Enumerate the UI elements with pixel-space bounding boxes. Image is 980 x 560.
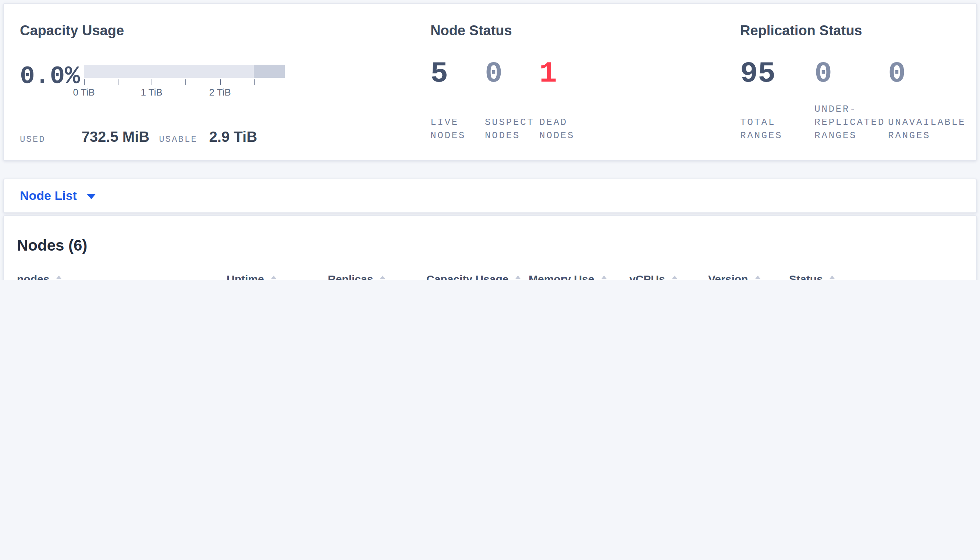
stat-value: 1 — [539, 58, 557, 90]
view-selector-bar: Node List — [3, 178, 977, 213]
view-selector-label: Node List — [20, 188, 77, 203]
stat-label: DEAD NODES — [539, 116, 579, 143]
stat-label: SUSPECT NODES — [485, 116, 541, 143]
column-header-capacity-usage[interactable]: Capacity Usage — [426, 273, 528, 280]
column-header-nodes[interactable]: nodes — [17, 273, 227, 280]
column-header-logs — [921, 279, 954, 280]
stat-value: 95 — [740, 58, 776, 90]
stat-value: 5 — [430, 58, 448, 90]
column-header-label: Version — [708, 273, 748, 280]
column-header-label: Memory Use — [528, 273, 594, 280]
used-label: USED — [20, 135, 46, 145]
column-header-status[interactable]: Status — [789, 273, 921, 280]
cluster-overview-page: Capacity Usage 0.0% 0 TiB 1 TiB 2 TiB US… — [0, 0, 980, 280]
suspect-nodes-stat: 0 SUSPECT NODES — [485, 4, 502, 160]
sort-icon — [380, 275, 386, 280]
usable-value: 2.9 TiB — [209, 128, 257, 145]
stat-label: LIVE NODES — [430, 116, 470, 143]
sort-icon — [829, 275, 835, 280]
column-header-label: Replicas — [328, 273, 373, 280]
column-header-label: Capacity Usage — [426, 273, 508, 280]
column-header-replicas[interactable]: Replicas — [328, 273, 426, 280]
capacity-usage-title: Capacity Usage — [20, 22, 124, 40]
live-nodes-stat: 5 LIVE NODES — [430, 4, 448, 160]
under-replicated-ranges-stat: 0 UNDER-REPLICATED RANGES — [814, 4, 832, 160]
tick-label: 0 TiB — [73, 87, 95, 98]
capacity-axis-ticks — [84, 79, 285, 86]
capacity-bar — [84, 65, 285, 78]
column-header-label: Status — [789, 273, 823, 280]
stat-label: UNDER-REPLICATED RANGES — [814, 103, 888, 143]
sort-icon — [754, 275, 760, 280]
column-header-label: nodes — [17, 273, 49, 280]
stat-value: 0 — [814, 58, 832, 90]
column-header-label: vCPUs — [629, 273, 665, 280]
sort-icon — [672, 275, 677, 280]
sort-icon — [515, 275, 521, 280]
sort-icon — [271, 275, 277, 280]
sort-icon — [601, 275, 607, 280]
capacity-used-usable-row: USED 732.5 MiB USABLE 2.9 TiB — [20, 128, 257, 145]
dead-nodes-stat: 1 DEAD NODES — [539, 4, 557, 160]
column-header-vcpus[interactable]: vCPUs — [629, 273, 708, 280]
stat-label: TOTAL RANGES — [740, 116, 790, 143]
column-header-version[interactable]: Version — [708, 273, 789, 280]
used-value: 732.5 MiB — [82, 128, 150, 145]
tick-label: 2 TiB — [209, 87, 231, 98]
view-selector-dropdown[interactable]: Node List — [20, 188, 96, 203]
column-header-uptime[interactable]: Uptime — [227, 273, 328, 280]
column-header-memory-use[interactable]: Memory Use — [528, 273, 629, 280]
chevron-down-icon — [87, 194, 96, 199]
stat-value: 0 — [485, 58, 502, 90]
nodes-card: Nodes (6) nodes Uptime Replicas Capacity… — [3, 215, 977, 280]
tick-label: 1 TiB — [140, 87, 162, 98]
capacity-percent: 0.0% — [20, 62, 80, 90]
column-header-label: Uptime — [227, 273, 264, 280]
stat-value: 0 — [888, 58, 906, 90]
sort-icon — [56, 275, 62, 280]
capacity-bar-end-segment — [254, 65, 285, 78]
stat-label: UNAVAILABLE RANGES — [888, 116, 970, 143]
usable-label: USABLE — [159, 135, 197, 145]
cluster-summary-panel: Capacity Usage 0.0% 0 TiB 1 TiB 2 TiB US… — [3, 3, 977, 161]
total-ranges-stat: 95 TOTAL RANGES — [740, 4, 776, 160]
table-header-row: nodes Uptime Replicas Capacity Usage Mem… — [17, 255, 954, 280]
unavailable-ranges-stat: 0 UNAVAILABLE RANGES — [888, 4, 906, 160]
nodes-title: Nodes (6) — [17, 236, 954, 255]
